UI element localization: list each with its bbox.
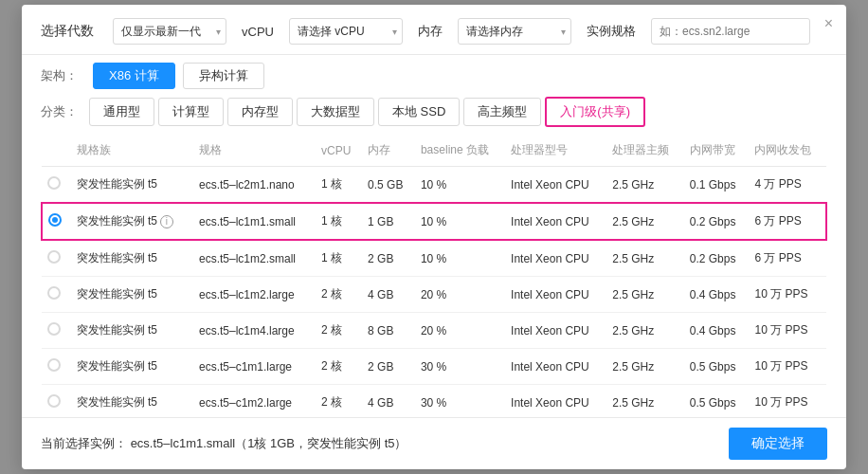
bandwidth-cell: 0.5 Gbps xyxy=(684,349,750,385)
radio-cell[interactable] xyxy=(42,385,71,418)
cpu-model-cell: Intel Xeon CPU xyxy=(505,277,606,313)
cat-entry-button[interactable]: 入门级(共享) xyxy=(545,97,645,127)
cpu-model-cell: Intel Xeon CPU xyxy=(505,240,606,277)
arch-x86-button[interactable]: X86 计算 xyxy=(93,63,175,89)
info-icon[interactable]: i xyxy=(160,215,173,228)
vcpu-cell: 2 核 xyxy=(316,313,362,349)
modal-title: 选择代数 xyxy=(41,23,94,40)
cpu-model-cell: Intel Xeon CPU xyxy=(505,203,606,240)
radio-cell[interactable] xyxy=(42,240,71,277)
cat-general-button[interactable]: 通用型 xyxy=(89,98,154,126)
cpu-freq-cell: 2.5 GHz xyxy=(606,203,683,240)
bandwidth-cell: 0.2 Gbps xyxy=(684,240,750,277)
confirm-button[interactable]: 确定选择 xyxy=(729,428,827,460)
current-instance-value: ecs.t5–lc1m1.small（1核 1GB，突发性能实例 t5） xyxy=(131,436,407,450)
col-baseline: baseline 负载 xyxy=(415,135,505,167)
baseline-cell: 10 % xyxy=(415,240,505,277)
table-row[interactable]: 突发性能实例 t5ecs.t5–lc1m4.large2 核8 GB20 %In… xyxy=(42,313,826,349)
vcpu-select-wrapper: 请选择 vCPU xyxy=(289,18,403,45)
radio-cell[interactable] xyxy=(42,203,71,240)
memory-cell: 2 GB xyxy=(362,349,415,385)
instance-table: 规格族 规格 vCPU 内存 baseline 负载 处理器型号 处理器主频 内… xyxy=(41,135,827,417)
close-button[interactable]: × xyxy=(824,16,833,31)
baseline-cell: 30 % xyxy=(415,349,505,385)
spec-cell: ecs.t5–lc1m2.small xyxy=(193,240,316,277)
spec-cell: ecs.t5–lc2m1.nano xyxy=(193,167,316,204)
col-radio xyxy=(42,135,71,167)
table-row[interactable]: 突发性能实例 t5ecs.t5–c1m2.large2 核4 GB30 %Int… xyxy=(42,385,826,418)
cpu-model-cell: Intel Xeon CPU xyxy=(505,167,606,204)
col-cpu-freq: 处理器主频 xyxy=(606,135,683,167)
table-row[interactable]: 突发性能实例 t5ecs.t5–lc2m1.nano1 核0.5 GB10 %I… xyxy=(42,167,826,204)
vcpu-cell: 2 核 xyxy=(316,349,362,385)
baseline-cell: 10 % xyxy=(415,167,505,204)
radio-button[interactable] xyxy=(47,322,61,336)
cpu-freq-cell: 2.5 GHz xyxy=(606,385,683,418)
vcpu-select[interactable]: 请选择 vCPU xyxy=(289,18,403,45)
col-cpu-model: 处理器型号 xyxy=(505,135,606,167)
family-cell: 突发性能实例 t5 xyxy=(71,385,193,418)
generation-select-wrapper: 仅显示最新一代 xyxy=(113,18,226,45)
vcpu-cell: 1 核 xyxy=(316,240,362,277)
radio-cell[interactable] xyxy=(42,313,71,349)
cpu-model-cell: Intel Xeon CPU xyxy=(505,385,606,418)
category-label: 分类： xyxy=(41,103,78,120)
table-body: 突发性能实例 t5ecs.t5–lc2m1.nano1 核0.5 GB10 %I… xyxy=(42,167,826,418)
current-instance-label: 当前选择实例： xyxy=(41,436,127,450)
col-memory: 内存 xyxy=(362,135,415,167)
table-row[interactable]: 突发性能实例 t5iecs.t5–lc1m1.small1 核1 GB10 %I… xyxy=(42,203,826,240)
memory-cell: 2 GB xyxy=(362,240,415,277)
table-row[interactable]: 突发性能实例 t5ecs.t5–c1m1.large2 核2 GB30 %Int… xyxy=(42,349,826,385)
modal-overlay: 选择代数 仅显示最新一代 vCPU 请选择 vCPU 内存 请选择内存 xyxy=(0,0,868,474)
instance-select-modal: 选择代数 仅显示最新一代 vCPU 请选择 vCPU 内存 请选择内存 xyxy=(22,5,846,469)
generation-select[interactable]: 仅显示最新一代 xyxy=(113,18,226,45)
spec-cell: ecs.t5–c1m2.large xyxy=(193,385,316,418)
memory-cell: 1 GB xyxy=(362,203,415,240)
radio-cell[interactable] xyxy=(42,277,71,313)
radio-button[interactable] xyxy=(47,250,61,264)
table-row[interactable]: 突发性能实例 t5ecs.t5–lc1m2.small1 核2 GB10 %In… xyxy=(42,240,826,277)
cpu-freq-cell: 2.5 GHz xyxy=(606,313,683,349)
memory-select[interactable]: 请选择内存 xyxy=(458,18,571,45)
table-row[interactable]: 突发性能实例 t5ecs.t5–lc1m2.large2 核4 GB20 %In… xyxy=(42,277,826,313)
radio-button[interactable] xyxy=(48,213,62,227)
col-spec: 规格 xyxy=(193,135,316,167)
baseline-cell: 20 % xyxy=(415,277,505,313)
radio-button[interactable] xyxy=(47,286,61,300)
category-row: 分类： 通用型 计算型 内存型 大数据型 本地 SSD 高主频型 入门级(共享) xyxy=(22,97,846,135)
modal-header: 选择代数 仅显示最新一代 vCPU 请选择 vCPU 内存 请选择内存 xyxy=(22,5,846,55)
radio-button[interactable] xyxy=(47,176,61,190)
cpu-model-cell: Intel Xeon CPU xyxy=(505,313,606,349)
radio-cell[interactable] xyxy=(42,167,71,204)
cat-compute-button[interactable]: 计算型 xyxy=(158,98,224,126)
arch-row: 架构： X86 计算 异构计算 xyxy=(22,55,846,97)
radio-button[interactable] xyxy=(47,358,61,372)
cat-local-ssd-button[interactable]: 本地 SSD xyxy=(378,98,460,126)
cat-memory-button[interactable]: 内存型 xyxy=(227,98,293,126)
memory-cell: 8 GB xyxy=(362,313,415,349)
vcpu-cell: 1 核 xyxy=(316,203,362,240)
memory-cell: 4 GB xyxy=(362,385,415,418)
col-bandwidth: 内网带宽 xyxy=(684,135,750,167)
memory-cell: 4 GB xyxy=(362,277,415,313)
bandwidth-cell: 0.2 Gbps xyxy=(684,203,750,240)
footer-info: 当前选择实例： ecs.t5–lc1m1.small（1核 1GB，突发性能实例… xyxy=(41,435,407,452)
arch-hetero-button[interactable]: 异构计算 xyxy=(183,63,264,89)
cpu-freq-cell: 2.5 GHz xyxy=(606,349,683,385)
family-cell: 突发性能实例 t5 xyxy=(71,349,193,385)
cat-high-freq-button[interactable]: 高主频型 xyxy=(463,98,541,126)
cpu-freq-cell: 2.5 GHz xyxy=(606,167,683,204)
radio-button[interactable] xyxy=(47,394,61,408)
modal-footer: 当前选择实例： ecs.t5–lc1m1.small（1核 1GB，突发性能实例… xyxy=(22,417,846,469)
pps-cell: 6 万 PPS xyxy=(749,240,826,277)
col-pps: 内网收发包 xyxy=(749,135,826,167)
pps-cell: 10 万 PPS xyxy=(749,277,826,313)
spec-cell: ecs.t5–lc1m4.large xyxy=(193,313,316,349)
instance-search-input[interactable] xyxy=(651,18,810,45)
vcpu-cell: 1 核 xyxy=(316,167,362,204)
family-cell: 突发性能实例 t5 xyxy=(71,167,193,204)
radio-cell[interactable] xyxy=(42,349,71,385)
instance-spec-label: 实例规格 xyxy=(587,23,636,40)
cat-bigdata-button[interactable]: 大数据型 xyxy=(297,98,374,126)
memory-select-wrapper: 请选择内存 xyxy=(458,18,571,45)
